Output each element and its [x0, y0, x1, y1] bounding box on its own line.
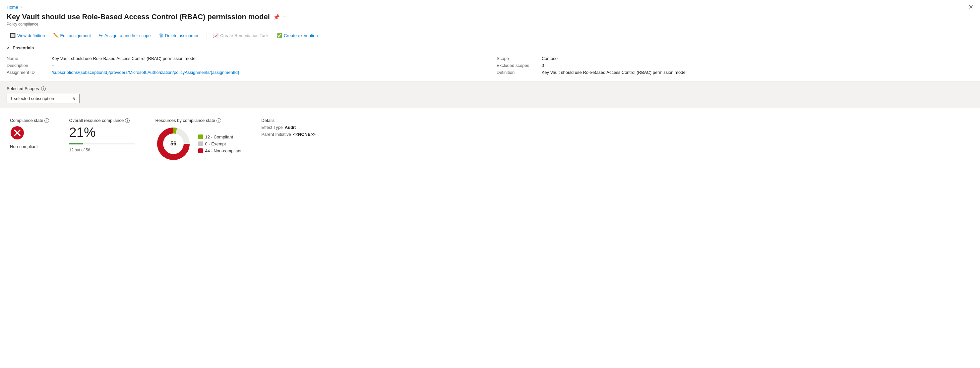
create-remediation-label: Create Remediation Task	[220, 33, 269, 38]
details-label: Details	[261, 118, 316, 123]
compliance-progress-fill	[69, 143, 83, 144]
field-scope: Scope : Contoso	[496, 55, 974, 62]
legend-exempt: 0 - Exempt	[198, 141, 241, 146]
delete-assignment-button[interactable]: 🗑 Delete assignment	[156, 31, 204, 40]
toolbar: 🔲 View definition ✏️ Edit assignment ↪ A…	[0, 29, 980, 42]
view-definition-button[interactable]: 🔲 View definition	[6, 31, 48, 40]
essentials-section: ∧ Essentials Name : Key Vault should use…	[0, 42, 980, 81]
effect-type-row: Effect Type Audit	[261, 125, 316, 130]
top-bar: Home › ✕	[0, 0, 980, 12]
svg-text:56: 56	[171, 141, 177, 146]
page-title-row: Key Vault should use Role-Based Access C…	[6, 13, 974, 21]
field-description: Description : --	[6, 62, 484, 69]
compliance-state-block: Compliance state i Non-compliant	[10, 118, 49, 149]
overall-compliance-detail: 12 out of 56	[69, 148, 135, 152]
breadcrumb: Home ›	[6, 5, 22, 10]
essentials-title: Essentials	[13, 45, 34, 50]
resources-chart-block: Resources by compliance state i 56	[155, 118, 241, 162]
create-exemption-button[interactable]: ✅ Create exemption	[273, 31, 321, 40]
essentials-chevron: ∧	[6, 45, 10, 50]
donut-chart: 56	[155, 125, 192, 162]
create-exemption-label: Create exemption	[284, 33, 318, 38]
scope-section: Selected Scopes i 1 selected subscriptio…	[0, 81, 980, 108]
exempt-dot	[198, 141, 203, 146]
more-button[interactable]: ···	[282, 14, 287, 20]
donut-block: 56 12 - Compliant 0 - Exempt 44 - Non-co…	[155, 125, 241, 162]
noncompliant-dot	[198, 148, 203, 153]
overall-compliance-percentage: 21%	[69, 125, 135, 139]
delete-assignment-label: Delete assignment	[165, 33, 201, 38]
view-definition-icon: 🔲	[10, 33, 16, 38]
non-compliant-icon	[10, 125, 24, 140]
remediation-icon: 📈	[213, 33, 218, 38]
create-remediation-button[interactable]: 📈 Create Remediation Task	[210, 31, 272, 40]
breadcrumb-home[interactable]: Home	[6, 5, 18, 10]
compliance-progress-bar	[69, 143, 135, 144]
overall-compliance-info-icon: i	[125, 118, 130, 123]
essentials-left: Name : Key Vault should use Role-Based A…	[6, 55, 484, 76]
pin-button[interactable]: 📌	[273, 14, 280, 20]
view-definition-label: View definition	[17, 33, 45, 38]
scope-dropdown[interactable]: 1 selected subscription ∨	[6, 94, 80, 103]
toolbar-separator	[207, 32, 207, 39]
details-block: Details Effect Type Audit Parent Initiat…	[261, 118, 316, 137]
close-button[interactable]: ✕	[968, 3, 974, 11]
assign-scope-button[interactable]: ↪ Assign to another scope	[95, 31, 154, 40]
compliance-state-info-icon: i	[45, 118, 49, 123]
resources-chart-info-icon: i	[216, 118, 221, 123]
field-assignment-id: Assignment ID : /subscriptions/{subscrip…	[6, 69, 484, 76]
page-header: Key Vault should use Role-Based Access C…	[0, 12, 980, 29]
edit-assignment-icon: ✏️	[53, 33, 59, 38]
assign-scope-label: Assign to another scope	[105, 33, 151, 38]
assign-scope-icon: ↪	[99, 33, 103, 38]
edit-assignment-label: Edit assignment	[60, 33, 91, 38]
overall-compliance-label: Overall resource compliance i	[69, 118, 135, 123]
donut-legend: 12 - Compliant 0 - Exempt 44 - Non-compl…	[198, 135, 241, 153]
metrics-section: Compliance state i Non-compliant Overall…	[0, 108, 980, 172]
scope-label: Selected Scopes i	[6, 86, 974, 91]
legend-compliant: 12 - Compliant	[198, 135, 241, 140]
page-title-icons: 📌 ···	[273, 14, 287, 20]
delete-icon: 🗑	[159, 33, 164, 38]
edit-assignment-button[interactable]: ✏️ Edit assignment	[50, 31, 94, 40]
scope-info-icon: i	[41, 86, 46, 91]
field-name: Name : Key Vault should use Role-Based A…	[6, 55, 484, 62]
field-excluded-scopes: Excluded scopes : 0	[496, 62, 974, 69]
compliant-dot	[198, 135, 203, 139]
exemption-icon: ✅	[277, 33, 282, 38]
essentials-header[interactable]: ∧ Essentials	[0, 42, 980, 54]
essentials-right: Scope : Contoso Excluded scopes : 0 Defi…	[496, 55, 974, 76]
legend-noncompliant: 44 - Non-compliant	[198, 148, 241, 153]
chevron-down-icon: ∨	[73, 96, 76, 101]
compliance-status-text: Non-compliant	[10, 144, 49, 149]
scope-dropdown-value: 1 selected subscription	[10, 96, 54, 101]
essentials-body: Name : Key Vault should use Role-Based A…	[0, 54, 980, 81]
field-definition: Definition : Key Vault should use Role-B…	[496, 69, 974, 76]
resources-chart-label: Resources by compliance state i	[155, 118, 241, 123]
page-title: Key Vault should use Role-Based Access C…	[6, 13, 270, 21]
overall-compliance-block: Overall resource compliance i 21% 12 out…	[69, 118, 135, 152]
parent-initiative-row: Parent Initiative <<NONE>>	[261, 132, 316, 137]
page-subtitle: Policy compliance	[6, 22, 974, 27]
breadcrumb-sep: ›	[20, 5, 22, 10]
compliance-state-label: Compliance state i	[10, 118, 49, 123]
